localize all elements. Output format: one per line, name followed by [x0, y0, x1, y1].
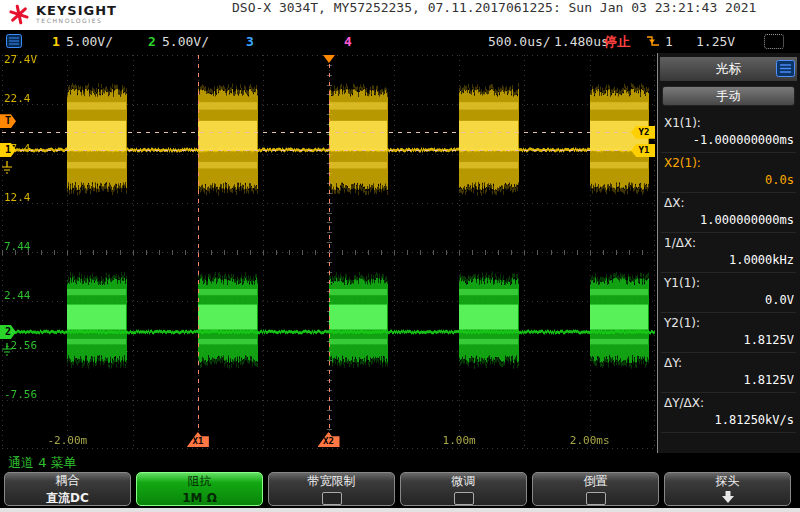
- readout-label: X2(1):: [661, 156, 796, 170]
- trigger-level[interactable]: 1.25V: [696, 30, 735, 53]
- keysight-spark-icon: [8, 3, 30, 25]
- y-axis-label: 27.4V: [4, 53, 37, 66]
- invert-checkbox: [586, 492, 606, 505]
- readout-value: 0.0V: [661, 293, 796, 307]
- softkey-bandwidth-limit[interactable]: 带宽限制: [268, 472, 395, 506]
- display-menu-icon[interactable]: [6, 34, 22, 51]
- y-axis-label: 22.4: [4, 92, 31, 105]
- cursor-sidebar: 光标 手动 X1(1): -1.000000000ms X2(1): 0.0s …: [657, 53, 800, 453]
- touch-zone-icon[interactable]: [764, 34, 784, 49]
- brand-subtitle: TECHNOLOGIES: [36, 17, 117, 25]
- trigger-slope-icon: [646, 34, 660, 51]
- sidebar-header: 光标: [660, 57, 797, 81]
- y2-cursor-line[interactable]: [2, 132, 655, 133]
- run-state-indicator[interactable]: 停止: [604, 30, 630, 53]
- x-axis-label: 1.00m: [443, 434, 476, 447]
- readout-label: 1/ΔX:: [661, 236, 796, 250]
- readout-inverse-delta-x: 1/ΔX: 1.0000kHz: [661, 233, 796, 273]
- channel-4-button[interactable]: 4: [344, 30, 352, 53]
- bandwidth-limit-checkbox: [322, 492, 342, 505]
- readout-label: Y1(1):: [661, 276, 796, 290]
- readout-label: ΔX:: [661, 196, 796, 210]
- channel-1-scale[interactable]: 5.00V/: [66, 30, 113, 53]
- channel-2-ground-icon: [1, 341, 13, 360]
- readout-label: X1(1):: [661, 116, 796, 130]
- readout-label: Y2(1):: [661, 316, 796, 330]
- y1-cursor-line[interactable]: [2, 150, 655, 151]
- readout-delta-x: ΔX: 1.000000000ms: [661, 193, 796, 233]
- softkey-value: 直流DC: [46, 490, 89, 507]
- softkey-invert[interactable]: 倒置: [532, 472, 659, 506]
- down-arrow-icon: [721, 491, 735, 506]
- channel-1-ground-icon: [1, 159, 13, 178]
- y-axis-label: -7.56: [4, 388, 37, 401]
- x2-cursor-line[interactable]: [329, 55, 330, 449]
- channel-3-button[interactable]: 3: [246, 30, 254, 53]
- sidebar-menu-icon[interactable]: [776, 60, 795, 80]
- softkey-label: 倒置: [584, 473, 608, 490]
- softkey-impedance[interactable]: 阻抗 1M Ω: [136, 472, 263, 506]
- top-bar: KEYSIGHT TECHNOLOGIES DSO-X 3034T, MY572…: [0, 0, 800, 30]
- channel-1-button[interactable]: 1: [52, 30, 60, 53]
- readout-label: ΔY:: [661, 356, 796, 370]
- readout-delta-y: ΔY: 1.8125V: [661, 353, 796, 393]
- x-axis-label: -2.00m: [47, 434, 87, 447]
- readout-label: ΔY/ΔX:: [661, 396, 796, 410]
- y-axis-label: 2.44: [4, 289, 31, 302]
- trigger-position-marker[interactable]: [323, 55, 335, 63]
- softkey-coupling[interactable]: 耦合 直流DC: [4, 472, 131, 506]
- readout-y2: Y2(1): 1.8125V: [661, 313, 796, 353]
- softkey-label: 探头: [716, 473, 740, 490]
- readout-value: 0.0s: [661, 173, 796, 187]
- y-axis-label: 7.44: [4, 240, 31, 253]
- readout-y1: Y1(1): 0.0V: [661, 273, 796, 313]
- softkey-label: 带宽限制: [308, 473, 356, 490]
- readout-value: 1.000000000ms: [661, 213, 796, 227]
- channel-2-button[interactable]: 2: [148, 30, 156, 53]
- readout-value: 1.8125V: [661, 373, 796, 387]
- readout-value: 1.8125V: [661, 333, 796, 347]
- softkey-label: 耦合: [56, 472, 80, 489]
- channel-2-scale[interactable]: 5.00V/: [162, 30, 209, 53]
- keysight-logo: KEYSIGHT TECHNOLOGIES: [8, 3, 117, 25]
- softkey-value: 1M Ω: [182, 491, 217, 505]
- readout-value: 1.81250kV/s: [661, 413, 796, 427]
- readout-value: -1.000000000ms: [661, 133, 796, 147]
- softkey-bar: 耦合 直流DC 阻抗 1M Ω 带宽限制 微调 倒置 探头: [0, 470, 800, 508]
- bottom-strip: [0, 508, 800, 512]
- timebase-scale[interactable]: 500.0us/: [488, 30, 551, 53]
- x1-cursor-line[interactable]: [198, 55, 199, 449]
- menu-title-row: 通道 4 菜单: [0, 453, 800, 470]
- cursor-readouts: X1(1): -1.000000000ms X2(1): 0.0s ΔX: 1.…: [661, 113, 796, 433]
- softkey-label: 微调: [452, 473, 476, 490]
- waveform-display: T 1 2 Y2 Y1 X1 X2 27.4V 22.4 17.4 12.4 7…: [0, 53, 657, 453]
- y-axis-label: 12.4: [4, 191, 31, 204]
- readout-value: 1.0000kHz: [661, 253, 796, 267]
- brand-block: KEYSIGHT TECHNOLOGIES: [36, 4, 117, 25]
- brand-name: KEYSIGHT: [36, 4, 117, 17]
- readout-slope: ΔY/ΔX: 1.81250kV/s: [661, 393, 796, 433]
- oscilloscope-screen: KEYSIGHT TECHNOLOGIES DSO-X 3034T, MY572…: [0, 0, 800, 512]
- fine-adjust-checkbox: [454, 492, 474, 505]
- readout-x2: X2(1): 0.0s: [661, 153, 796, 193]
- cursor-mode-button[interactable]: 手动: [662, 86, 795, 106]
- status-bar: 1 5.00V/ 2 5.00V/ 3 4 500.0us/ 1.480us 停…: [0, 30, 800, 53]
- sidebar-title: 光标: [716, 60, 742, 78]
- trigger-source[interactable]: 1: [665, 30, 673, 53]
- softkey-fine-adjust[interactable]: 微调: [400, 472, 527, 506]
- instrument-title: DSO-X 3034T, MY57252235, 07.11.201706122…: [232, 0, 756, 15]
- readout-x1: X1(1): -1.000000000ms: [661, 113, 796, 153]
- timebase-delay[interactable]: 1.480us: [554, 30, 609, 53]
- x-axis-label: 2.00ms: [570, 434, 610, 447]
- softkey-probe[interactable]: 探头: [664, 472, 791, 506]
- softkey-label: 阻抗: [188, 473, 212, 490]
